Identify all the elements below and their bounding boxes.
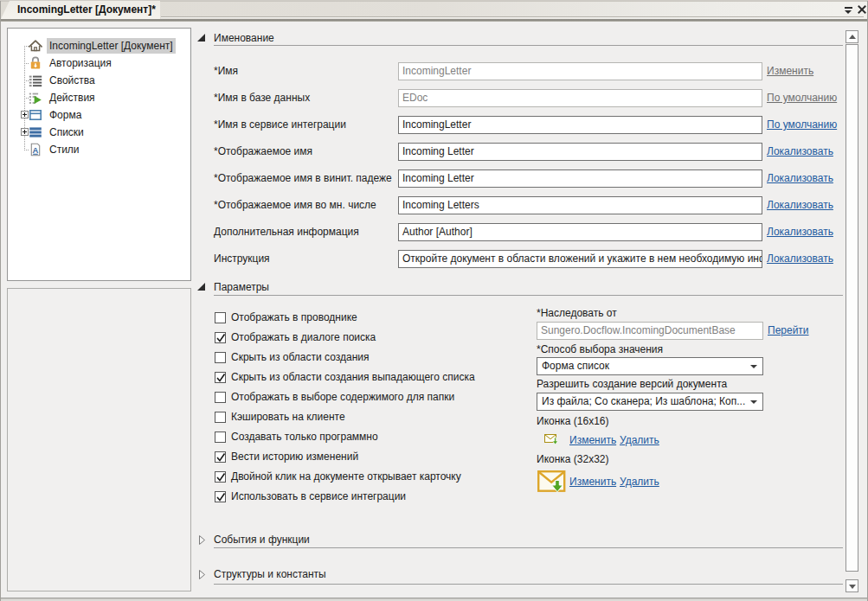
svg-text:A: A [33,145,39,155]
